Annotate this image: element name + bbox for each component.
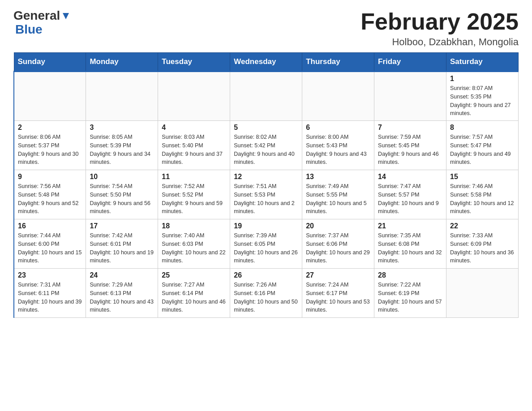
day-number: 25	[162, 271, 226, 279]
logo-triangle-icon	[61, 11, 71, 21]
calendar-cell	[374, 72, 446, 121]
day-info: Sunrise: 7:47 AM Sunset: 5:57 PM Dayligh…	[378, 182, 442, 216]
day-number: 24	[90, 271, 154, 279]
location-text: Holboo, Dzabkhan, Mongolia	[360, 36, 519, 48]
day-info: Sunrise: 7:31 AM Sunset: 6:11 PM Dayligh…	[18, 281, 82, 314]
day-info: Sunrise: 7:46 AM Sunset: 5:58 PM Dayligh…	[450, 182, 515, 216]
day-number: 4	[162, 124, 226, 132]
calendar-cell: 15Sunrise: 7:46 AM Sunset: 5:58 PM Dayli…	[446, 170, 519, 219]
day-info: Sunrise: 8:00 AM Sunset: 5:43 PM Dayligh…	[306, 133, 370, 167]
calendar-cell: 10Sunrise: 7:54 AM Sunset: 5:50 PM Dayli…	[86, 170, 158, 219]
day-number: 26	[234, 271, 298, 279]
day-info: Sunrise: 7:33 AM Sunset: 6:09 PM Dayligh…	[450, 231, 515, 265]
day-info: Sunrise: 7:54 AM Sunset: 5:50 PM Dayligh…	[90, 182, 154, 216]
calendar-week-row: 1Sunrise: 8:07 AM Sunset: 5:35 PM Daylig…	[14, 72, 519, 121]
day-info: Sunrise: 7:26 AM Sunset: 6:16 PM Dayligh…	[234, 281, 298, 314]
calendar-cell	[302, 72, 374, 121]
calendar-cell: 13Sunrise: 7:49 AM Sunset: 5:55 PM Dayli…	[302, 170, 374, 219]
calendar-cell: 14Sunrise: 7:47 AM Sunset: 5:57 PM Dayli…	[374, 170, 446, 219]
day-number: 6	[306, 124, 370, 132]
calendar-cell: 5Sunrise: 8:02 AM Sunset: 5:42 PM Daylig…	[230, 121, 302, 170]
day-info: Sunrise: 7:27 AM Sunset: 6:14 PM Dayligh…	[162, 281, 226, 314]
calendar-cell: 23Sunrise: 7:31 AM Sunset: 6:11 PM Dayli…	[14, 269, 86, 318]
day-of-week-header: Saturday	[446, 53, 519, 72]
day-info: Sunrise: 7:49 AM Sunset: 5:55 PM Dayligh…	[306, 182, 370, 216]
day-info: Sunrise: 8:07 AM Sunset: 5:35 PM Dayligh…	[450, 84, 515, 118]
day-info: Sunrise: 7:35 AM Sunset: 6:08 PM Dayligh…	[378, 231, 442, 265]
calendar-cell: 9Sunrise: 7:56 AM Sunset: 5:48 PM Daylig…	[14, 170, 86, 219]
day-info: Sunrise: 8:05 AM Sunset: 5:39 PM Dayligh…	[90, 133, 154, 167]
day-info: Sunrise: 7:42 AM Sunset: 6:01 PM Dayligh…	[90, 231, 154, 265]
calendar-cell	[230, 72, 302, 121]
header-row: SundayMondayTuesdayWednesdayThursdayFrid…	[14, 53, 519, 72]
day-info: Sunrise: 7:44 AM Sunset: 6:00 PM Dayligh…	[18, 231, 82, 265]
logo-blue-text: Blue	[15, 23, 71, 37]
calendar-cell: 8Sunrise: 7:57 AM Sunset: 5:47 PM Daylig…	[446, 121, 519, 170]
calendar-cell: 6Sunrise: 8:00 AM Sunset: 5:43 PM Daylig…	[302, 121, 374, 170]
day-number: 5	[234, 124, 298, 132]
calendar-week-row: 16Sunrise: 7:44 AM Sunset: 6:00 PM Dayli…	[14, 219, 519, 269]
calendar-cell: 12Sunrise: 7:51 AM Sunset: 5:53 PM Dayli…	[230, 170, 302, 219]
day-info: Sunrise: 7:57 AM Sunset: 5:47 PM Dayligh…	[450, 133, 515, 167]
day-number: 11	[162, 173, 226, 181]
day-number: 28	[378, 271, 442, 279]
svg-marker-0	[63, 13, 69, 19]
day-number: 3	[90, 124, 154, 132]
day-number: 8	[450, 124, 515, 132]
calendar-cell: 16Sunrise: 7:44 AM Sunset: 6:00 PM Dayli…	[14, 219, 86, 269]
calendar-cell: 17Sunrise: 7:42 AM Sunset: 6:01 PM Dayli…	[86, 219, 158, 269]
calendar-cell: 26Sunrise: 7:26 AM Sunset: 6:16 PM Dayli…	[230, 269, 302, 318]
day-number: 19	[234, 222, 298, 230]
calendar-cell: 28Sunrise: 7:22 AM Sunset: 6:19 PM Dayli…	[374, 269, 446, 318]
logo-general-text: General	[13, 9, 60, 23]
day-number: 23	[18, 271, 82, 279]
day-number: 18	[162, 222, 226, 230]
calendar-cell: 24Sunrise: 7:29 AM Sunset: 6:13 PM Dayli…	[86, 269, 158, 318]
day-number: 12	[234, 173, 298, 181]
day-info: Sunrise: 7:29 AM Sunset: 6:13 PM Dayligh…	[90, 281, 154, 314]
day-number: 9	[18, 173, 82, 181]
calendar-cell: 20Sunrise: 7:37 AM Sunset: 6:06 PM Dayli…	[302, 219, 374, 269]
day-info: Sunrise: 7:22 AM Sunset: 6:19 PM Dayligh…	[378, 281, 442, 314]
day-of-week-header: Tuesday	[158, 53, 230, 72]
calendar-cell: 4Sunrise: 8:03 AM Sunset: 5:40 PM Daylig…	[158, 121, 230, 170]
day-number: 16	[18, 222, 82, 230]
calendar-week-row: 2Sunrise: 8:06 AM Sunset: 5:37 PM Daylig…	[14, 121, 519, 170]
calendar-cell	[446, 269, 519, 318]
day-info: Sunrise: 7:39 AM Sunset: 6:05 PM Dayligh…	[234, 231, 298, 265]
calendar-cell: 25Sunrise: 7:27 AM Sunset: 6:14 PM Dayli…	[158, 269, 230, 318]
calendar-cell: 1Sunrise: 8:07 AM Sunset: 5:35 PM Daylig…	[446, 72, 519, 121]
day-number: 21	[378, 222, 442, 230]
day-info: Sunrise: 8:03 AM Sunset: 5:40 PM Dayligh…	[162, 133, 226, 167]
calendar-cell: 22Sunrise: 7:33 AM Sunset: 6:09 PM Dayli…	[446, 219, 519, 269]
day-info: Sunrise: 7:56 AM Sunset: 5:48 PM Dayligh…	[18, 182, 82, 216]
day-number: 14	[378, 173, 442, 181]
day-of-week-header: Friday	[374, 53, 446, 72]
calendar-cell: 2Sunrise: 8:06 AM Sunset: 5:37 PM Daylig…	[14, 121, 86, 170]
page-header: General Blue February 2025 Holboo, Dzabk…	[13, 9, 519, 48]
day-number: 10	[90, 173, 154, 181]
day-info: Sunrise: 7:51 AM Sunset: 5:53 PM Dayligh…	[234, 182, 298, 216]
day-number: 2	[18, 124, 82, 132]
day-number: 27	[306, 271, 370, 279]
day-of-week-header: Sunday	[14, 53, 86, 72]
day-info: Sunrise: 8:02 AM Sunset: 5:42 PM Dayligh…	[234, 133, 298, 167]
day-info: Sunrise: 8:06 AM Sunset: 5:37 PM Dayligh…	[18, 133, 82, 167]
calendar-cell: 7Sunrise: 7:59 AM Sunset: 5:45 PM Daylig…	[374, 121, 446, 170]
calendar-cell: 21Sunrise: 7:35 AM Sunset: 6:08 PM Dayli…	[374, 219, 446, 269]
day-info: Sunrise: 7:37 AM Sunset: 6:06 PM Dayligh…	[306, 231, 370, 265]
calendar-cell: 3Sunrise: 8:05 AM Sunset: 5:39 PM Daylig…	[86, 121, 158, 170]
day-info: Sunrise: 7:59 AM Sunset: 5:45 PM Dayligh…	[378, 133, 442, 167]
header-right: February 2025 Holboo, Dzabkhan, Mongolia	[360, 9, 519, 48]
calendar-cell	[14, 72, 86, 121]
day-number: 17	[90, 222, 154, 230]
day-of-week-header: Monday	[86, 53, 158, 72]
day-info: Sunrise: 7:52 AM Sunset: 5:52 PM Dayligh…	[162, 182, 226, 216]
day-of-week-header: Wednesday	[230, 53, 302, 72]
calendar-cell: 18Sunrise: 7:40 AM Sunset: 6:03 PM Dayli…	[158, 219, 230, 269]
day-number: 1	[450, 75, 515, 83]
calendar-cell	[86, 72, 158, 121]
calendar-cell: 27Sunrise: 7:24 AM Sunset: 6:17 PM Dayli…	[302, 269, 374, 318]
day-number: 20	[306, 222, 370, 230]
logo: General Blue	[13, 9, 71, 37]
